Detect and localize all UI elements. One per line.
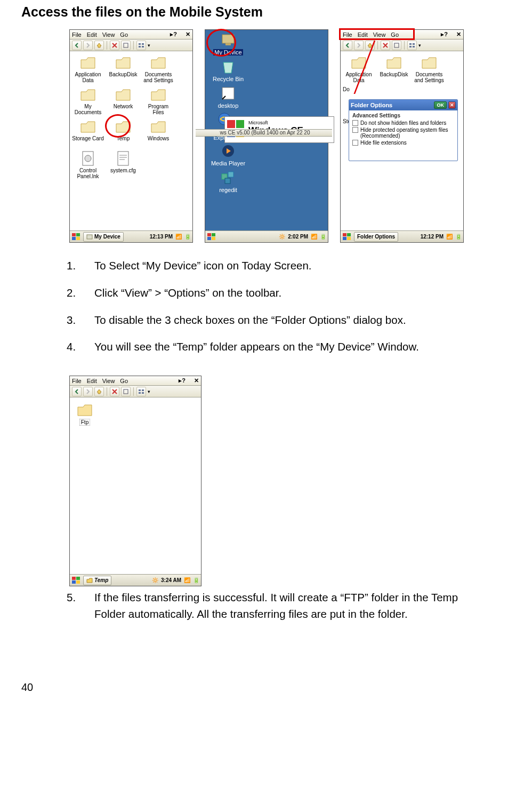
menu-view[interactable]: View bbox=[102, 31, 115, 38]
folder-network[interactable]: Network bbox=[107, 86, 139, 109]
nav-fwd-button[interactable] bbox=[354, 41, 364, 50]
screenshot-my-device: File Edit View Go ▸? ✕ ▾ Application Dat… bbox=[69, 29, 193, 243]
view-mode-button[interactable] bbox=[136, 41, 146, 50]
folder-documents-settings[interactable]: Documents and Settings bbox=[413, 54, 445, 83]
view-mode-button[interactable] bbox=[136, 387, 146, 396]
nav-fwd-button[interactable] bbox=[83, 41, 93, 50]
svg-rect-25 bbox=[207, 233, 211, 236]
close-icon[interactable]: ✕ bbox=[194, 377, 199, 384]
folder-backupdisk[interactable]: BackupDisk bbox=[107, 54, 139, 77]
menu-go[interactable]: Go bbox=[120, 31, 128, 38]
tray-icon[interactable]: 📶 bbox=[311, 234, 317, 240]
menu-go[interactable]: Go bbox=[120, 378, 128, 384]
help-icon[interactable]: ▸? bbox=[170, 31, 177, 38]
svg-rect-38 bbox=[343, 237, 346, 240]
delete-button[interactable] bbox=[381, 41, 390, 50]
checkbox-icon[interactable] bbox=[352, 127, 358, 133]
step-number: 5. bbox=[67, 590, 94, 623]
folder-application-data[interactable]: Application Data bbox=[72, 54, 104, 83]
start-icon[interactable] bbox=[342, 233, 352, 241]
nav-back-button[interactable] bbox=[343, 41, 352, 50]
taskbar: My Device 12:13 PM 📶 🔋 bbox=[70, 230, 192, 242]
tray-icon[interactable]: 🔋 bbox=[455, 234, 462, 240]
svg-rect-42 bbox=[142, 389, 144, 391]
toolbar: ▾ bbox=[70, 386, 201, 397]
nav-back-button[interactable] bbox=[72, 41, 82, 50]
folder-windows[interactable]: Windows bbox=[142, 118, 174, 141]
highlight-menubar-rect bbox=[339, 28, 415, 40]
taskbar-my-device-button[interactable]: My Device bbox=[83, 232, 124, 242]
desktop-regedit-icon[interactable]: regedit bbox=[209, 170, 247, 193]
delete-button[interactable] bbox=[110, 387, 119, 396]
close-icon[interactable]: ✕ bbox=[186, 31, 190, 38]
folder-backupdisk[interactable]: BackupDisk bbox=[378, 54, 410, 77]
svg-rect-36 bbox=[343, 233, 346, 236]
taskbar-folder-options-button[interactable]: Folder Options bbox=[354, 232, 398, 242]
nav-fwd-button[interactable] bbox=[83, 387, 93, 396]
tray-icon[interactable]: 🔆 bbox=[152, 577, 158, 583]
folder-application-data[interactable]: Application Data bbox=[343, 54, 375, 83]
dialog-title: Folder Options bbox=[351, 102, 392, 108]
menubar: File Edit View Go ▸? ✕ bbox=[70, 376, 201, 386]
svg-rect-21 bbox=[227, 120, 235, 128]
tray-icon[interactable]: 📶 bbox=[184, 577, 190, 583]
checkbox-icon[interactable] bbox=[352, 120, 358, 126]
tray-icon[interactable]: 📶 bbox=[446, 234, 453, 240]
close-icon[interactable]: ✕ bbox=[456, 31, 461, 38]
help-icon[interactable]: ▸? bbox=[179, 377, 186, 384]
properties-button[interactable] bbox=[121, 41, 131, 50]
highlight-my-device-circle bbox=[206, 29, 236, 57]
file-system-cfg[interactable]: system.cfg bbox=[107, 150, 139, 173]
svg-rect-8 bbox=[72, 233, 76, 236]
shortcut-control-panel[interactable]: Control Panel.lnk bbox=[72, 150, 104, 179]
svg-point-6 bbox=[85, 155, 91, 162]
tray-icon[interactable]: 🔋 bbox=[320, 234, 326, 240]
folder-documents-settings[interactable]: Documents and Settings bbox=[142, 54, 174, 83]
taskbar-temp-button[interactable]: Temp bbox=[83, 576, 111, 585]
menu-file[interactable]: File bbox=[72, 31, 82, 38]
menu-file[interactable]: File bbox=[72, 378, 82, 384]
view-mode-button[interactable] bbox=[407, 41, 417, 50]
tray-icon[interactable]: 🔋 bbox=[184, 234, 191, 240]
help-icon[interactable]: ▸? bbox=[441, 31, 448, 38]
folder-partial: Do bbox=[343, 86, 353, 92]
windows-ce-build-bar: ws CE v5.00 (Build 1400 on Apr 22 20 bbox=[196, 129, 332, 137]
delete-button[interactable] bbox=[110, 41, 119, 50]
start-icon[interactable] bbox=[71, 576, 81, 585]
desktop-recycle-bin-icon[interactable]: Recycle Bin bbox=[209, 59, 247, 82]
checkbox-protected-files[interactable]: Hide protected operating system files (R… bbox=[352, 127, 454, 139]
dialog-close-button[interactable]: ✕ bbox=[448, 101, 456, 109]
nav-up-button[interactable] bbox=[94, 387, 104, 396]
tray-icon[interactable]: 🔋 bbox=[193, 577, 199, 583]
checkbox-file-extensions[interactable]: Hide file extensions bbox=[352, 140, 454, 146]
menubar: File Edit View Go ▸? ✕ bbox=[70, 30, 192, 39]
desktop-media-player-icon[interactable]: Media Player bbox=[209, 143, 247, 166]
desktop-desktop-shortcut[interactable]: desktop bbox=[209, 85, 247, 109]
step-number: 1. bbox=[67, 258, 94, 274]
nav-up-button[interactable] bbox=[365, 41, 375, 50]
menu-view[interactable]: View bbox=[102, 378, 115, 384]
checkbox-icon[interactable] bbox=[352, 140, 358, 146]
svg-rect-32 bbox=[409, 46, 412, 47]
nav-back-button[interactable] bbox=[72, 387, 82, 396]
svg-rect-48 bbox=[76, 580, 80, 584]
properties-button[interactable] bbox=[121, 387, 131, 396]
folder-program-files[interactable]: Program Files bbox=[142, 86, 174, 115]
properties-button[interactable] bbox=[392, 41, 401, 50]
page-number: 40 bbox=[21, 681, 33, 692]
checkbox-hidden-files[interactable]: Do not show hidden files and folders bbox=[352, 120, 454, 126]
start-icon[interactable] bbox=[71, 233, 81, 241]
nav-up-button[interactable] bbox=[94, 41, 104, 50]
folder-storage-card[interactable]: Storage Card bbox=[72, 118, 104, 141]
tray-icon[interactable]: 📶 bbox=[175, 234, 182, 240]
dialog-ok-button[interactable]: OK bbox=[434, 101, 447, 109]
toolbar: ▾ bbox=[70, 39, 192, 51]
folder-my-documents[interactable]: My Documents bbox=[72, 86, 104, 115]
svg-rect-0 bbox=[124, 43, 128, 47]
folder-ftp[interactable]: Ftp bbox=[74, 402, 95, 426]
taskbar: 🔆 2:02 PM 📶 🔋 bbox=[205, 230, 328, 242]
tray-icon[interactable]: 🔆 bbox=[279, 234, 285, 240]
start-icon[interactable] bbox=[207, 233, 216, 241]
menu-edit[interactable]: Edit bbox=[87, 378, 97, 384]
menu-edit[interactable]: Edit bbox=[87, 31, 97, 38]
